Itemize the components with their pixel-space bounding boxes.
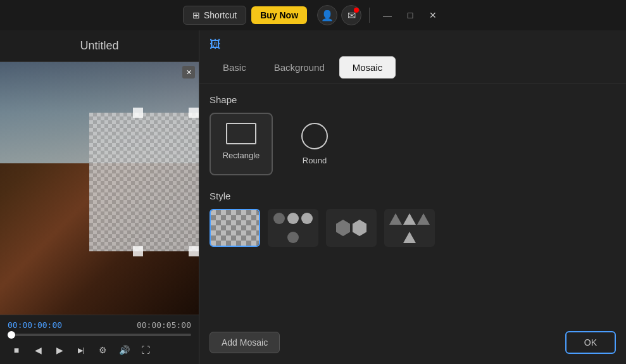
timeline-bar[interactable] [8,334,191,336]
left-panel: Untitled ✕ 00:00:00:00 00:00:05:00 [0,30,199,364]
time-total: 00:00:05:00 [137,320,191,330]
main-layout: Untitled ✕ 00:00:00:00 00:00:05:00 [0,30,626,364]
user-icon: 👤 [321,9,334,22]
circle-dot [301,213,313,224]
panel-icon: 🖼 [210,38,221,51]
tri-shape [389,213,402,225]
titlebar-divider [369,8,370,23]
mail-icon-button[interactable]: ✉ [341,5,361,25]
shape-round-label: Round [303,156,327,165]
bottom-bar: Add Mosaic OK [199,326,626,364]
video-preview: ✕ [0,62,199,315]
circle-dot [287,213,299,224]
fullscreen-button[interactable]: ⛶ [137,341,154,359]
style-grid [210,209,616,247]
time-current: 00:00:00:00 [8,320,62,330]
mosaic-corner-tl [133,108,143,118]
shape-round[interactable]: Round [283,113,346,175]
prev-button[interactable]: ◀ [29,341,47,359]
shape-section-title: Shape [210,94,616,105]
style-item-3[interactable] [326,209,377,247]
shortcut-button[interactable]: ⊞ Shortcut [183,6,246,25]
titlebar-icons: 👤 ✉ [317,5,361,25]
style-section-title: Style [210,191,616,201]
next-frame-button[interactable]: ▶| [72,341,90,359]
tri-shape [403,232,416,243]
play-button[interactable]: ▶ [51,341,68,359]
panel-header: 🖼 [199,30,626,56]
shape-grid: Rectangle Round [210,113,616,175]
shape-rectangle[interactable]: Rectangle [210,113,273,175]
tab-basic[interactable]: Basic [210,56,260,78]
circle-dot [273,213,285,224]
mosaic-block [89,113,199,251]
stop-button[interactable]: ■ [8,341,25,359]
window-controls: — □ ✕ [377,5,443,25]
style-item-4[interactable] [384,209,435,247]
rectangle-icon [226,123,256,144]
tri-shape [417,213,430,225]
panel-content: Shape Rectangle Round Style [199,84,626,326]
video-preview-area: ✕ [0,62,199,315]
add-mosaic-button[interactable]: Add Mosaic [210,332,280,353]
notification-dot [354,8,359,13]
hex-shape [336,220,350,236]
time-display: 00:00:00:00 00:00:05:00 [8,320,191,330]
round-icon [301,123,328,149]
shortcut-label: Shortcut [204,10,237,20]
mosaic-pattern-3 [327,210,375,246]
style-item-2[interactable] [268,209,318,247]
ok-button[interactable]: OK [565,331,616,354]
mosaic-corner-tr [189,108,199,118]
shape-rectangle-label: Rectangle [223,151,260,160]
shortcut-icon: ⊞ [192,10,200,20]
tabs-row: Basic Background Mosaic [199,56,626,84]
volume-button[interactable]: 🔊 [115,341,133,359]
timeline-thumb[interactable] [8,331,15,339]
settings-button[interactable]: ⚙ [94,341,111,359]
titlebar-center: ⊞ Shortcut Buy Now 👤 ✉ — □ ✕ [183,5,443,25]
mosaic-pattern-4 [385,210,434,246]
titlebar: ⊞ Shortcut Buy Now 👤 ✉ — □ ✕ [0,0,626,30]
mosaic-corner-bl [133,246,143,256]
tab-mosaic[interactable]: Mosaic [339,56,396,78]
video-close-button[interactable]: ✕ [182,66,195,78]
user-icon-button[interactable]: 👤 [317,5,337,25]
buy-now-button[interactable]: Buy Now [251,6,307,24]
fake-image [0,62,199,315]
style-item-1[interactable] [210,209,260,247]
maximize-button[interactable]: □ [400,5,420,25]
right-panel: 🖼 Basic Background Mosaic Shape Rectangl… [199,30,626,364]
mosaic-pattern-1 [211,210,259,246]
playback-controls: ■ ◀ ▶ ▶| ⚙ 🔊 ⛶ [8,341,191,359]
minimize-button[interactable]: — [377,5,398,25]
project-title: Untitled [0,30,199,62]
mosaic-corner-br [189,246,199,256]
circle-dot [287,232,299,243]
mosaic-pattern-2 [269,210,317,246]
tri-shape [403,213,416,225]
close-button[interactable]: ✕ [423,5,443,25]
timeline-area: 00:00:00:00 00:00:05:00 ■ ◀ ▶ ▶| ⚙ 🔊 ⛶ [0,315,199,364]
hex-shape [353,220,366,236]
tab-background[interactable]: Background [261,56,338,78]
